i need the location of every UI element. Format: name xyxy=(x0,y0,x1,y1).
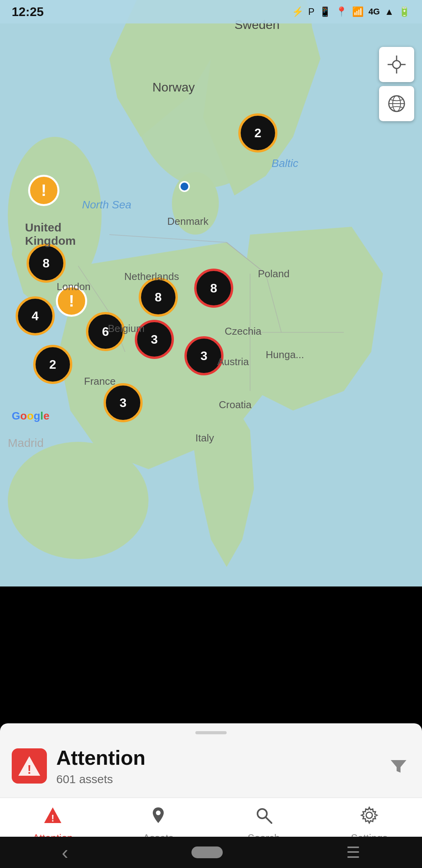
svg-point-19 xyxy=(257,809,267,818)
screen-icon: 📱 xyxy=(319,6,331,17)
signal-icon: 📶 xyxy=(352,6,364,17)
status-icons: ⚡ P 📱 📍 📶 4G ▲ 🔋 xyxy=(292,6,410,17)
svg-point-6 xyxy=(393,61,401,68)
filter-button[interactable] xyxy=(387,754,410,778)
attention-triangle-icon: ! xyxy=(43,806,62,825)
bottom-sheet: ! Attention 601 assets xyxy=(0,723,422,798)
gps-button[interactable] xyxy=(379,47,414,82)
warning-marker-uk-top[interactable]: ! xyxy=(28,175,59,206)
map-controls xyxy=(379,47,414,121)
status-time: 12:25 xyxy=(12,5,44,19)
cluster-marker-6[interactable]: 6 xyxy=(86,312,125,351)
assets-nav-icon xyxy=(149,806,168,829)
cluster-marker-2-sweden[interactable]: 2 xyxy=(238,113,277,152)
warning-marker-france[interactable]: ! xyxy=(56,285,87,317)
attention-nav-icon: ! xyxy=(43,806,62,829)
cluster-marker-8-uk[interactable]: 8 xyxy=(27,244,66,283)
cluster-marker-2-france[interactable]: 2 xyxy=(33,345,72,384)
svg-line-20 xyxy=(266,818,272,823)
gps-icon xyxy=(387,55,406,74)
bluetooth-icon: ⚡ xyxy=(292,6,304,17)
svg-text:!: ! xyxy=(51,813,54,823)
globe-icon xyxy=(387,94,406,113)
recents-button[interactable]: ☰ xyxy=(346,843,360,861)
google-logo: Google xyxy=(12,410,49,422)
status-bar: 12:25 ⚡ P 📱 📍 📶 4G ▲ 🔋 xyxy=(0,0,422,23)
parking-icon: P xyxy=(308,6,315,17)
search-nav-icon xyxy=(254,806,273,829)
search-magnifier-icon xyxy=(254,806,273,825)
warning-icon-svg: ! xyxy=(18,754,41,778)
assets-pin-icon xyxy=(149,806,168,825)
sheet-title: Attention xyxy=(56,746,377,769)
battery-icon: 🔋 xyxy=(399,6,410,17)
svg-point-4 xyxy=(8,442,148,559)
settings-nav-icon xyxy=(360,806,379,829)
cluster-marker-3-south[interactable]: 3 xyxy=(104,383,143,422)
android-nav-bar: ‹ ☰ xyxy=(0,837,422,868)
svg-point-21 xyxy=(366,812,372,818)
svg-point-5 xyxy=(172,172,219,235)
attention-icon: ! xyxy=(12,748,47,784)
globe-button[interactable] xyxy=(379,86,414,121)
home-button[interactable] xyxy=(191,846,223,858)
svg-point-18 xyxy=(156,811,161,815)
cluster-marker-3-austria[interactable]: 3 xyxy=(184,336,224,375)
cluster-marker-3-center[interactable]: 3 xyxy=(135,320,174,359)
sheet-content: ! Attention 601 assets xyxy=(12,746,410,786)
svg-text:!: ! xyxy=(27,762,32,777)
map-container[interactable]: Sweden Norway UnitedKingdom London Nethe… xyxy=(0,0,422,586)
back-button[interactable]: ‹ xyxy=(62,841,68,864)
sheet-text: Attention 601 assets xyxy=(56,746,377,786)
user-location-marker xyxy=(179,181,190,192)
filter-icon xyxy=(389,756,408,776)
location-icon: 📍 xyxy=(336,6,347,17)
signal-bars-icon: ▲ xyxy=(384,6,394,17)
settings-gear-icon xyxy=(360,806,379,825)
cluster-marker-8-belgium[interactable]: 8 xyxy=(139,278,178,317)
sheet-subtitle: 601 assets xyxy=(56,773,377,786)
cluster-marker-8-germany[interactable]: 8 xyxy=(194,269,233,308)
cluster-marker-4[interactable]: 4 xyxy=(16,296,55,335)
sheet-handle[interactable] xyxy=(195,731,227,734)
network-label: 4G xyxy=(368,7,380,17)
